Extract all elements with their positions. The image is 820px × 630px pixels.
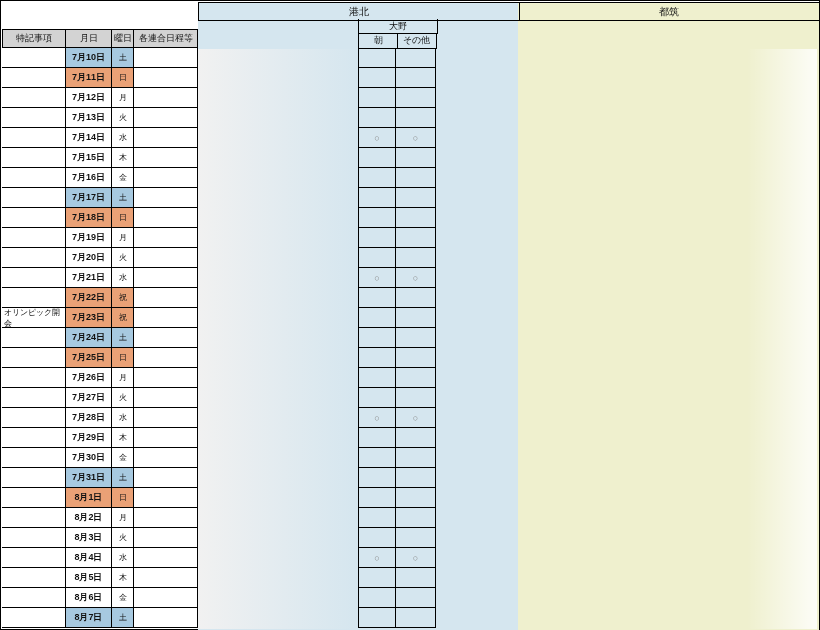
table-row: 7月13日火 bbox=[2, 108, 819, 128]
cell-sched bbox=[134, 328, 198, 348]
cell-dow: 日 bbox=[112, 488, 134, 508]
table-row: 7月15日木 bbox=[2, 148, 819, 168]
cell-sched bbox=[134, 288, 198, 308]
cell-date: 8月3日 bbox=[66, 528, 112, 548]
cell-note bbox=[2, 408, 66, 428]
cell-date: 8月6日 bbox=[66, 588, 112, 608]
table-row: 7月20日火 bbox=[2, 248, 819, 268]
cell-ohno-b bbox=[396, 328, 436, 348]
cell-dow: 火 bbox=[112, 388, 134, 408]
cell-ohno-a bbox=[358, 368, 396, 388]
cell-note bbox=[2, 528, 66, 548]
table-row: 8月1日日 bbox=[2, 488, 819, 508]
cell-note bbox=[2, 388, 66, 408]
cell-ohno-b bbox=[396, 68, 436, 88]
cell-date: 7月27日 bbox=[66, 388, 112, 408]
cell-dow: 水 bbox=[112, 408, 134, 428]
cell-sched bbox=[134, 188, 198, 208]
cell-dow: 火 bbox=[112, 528, 134, 548]
header-note: 特記事項 bbox=[2, 29, 66, 48]
cell-ohno-a bbox=[358, 148, 396, 168]
cell-dow: 祝 bbox=[112, 308, 134, 328]
cell-date: 7月25日 bbox=[66, 348, 112, 368]
cell-ohno-a: ○ bbox=[358, 408, 396, 428]
cell-note bbox=[2, 48, 66, 68]
cell-sched bbox=[134, 168, 198, 188]
cell-note bbox=[2, 288, 66, 308]
cell-ohno-a bbox=[358, 88, 396, 108]
table-row: 7月11日日 bbox=[2, 68, 819, 88]
table-row: 7月22日祝 bbox=[2, 288, 819, 308]
cell-ohno-a bbox=[358, 308, 396, 328]
table-row: 8月3日火 bbox=[2, 528, 819, 548]
cell-ohno-b bbox=[396, 368, 436, 388]
cell-dow: 土 bbox=[112, 188, 134, 208]
table-row: 7月26日月 bbox=[2, 368, 819, 388]
cell-dow: 月 bbox=[112, 508, 134, 528]
cell-ohno-b bbox=[396, 208, 436, 228]
cell-dow: 火 bbox=[112, 108, 134, 128]
cell-ohno-a bbox=[358, 208, 396, 228]
cell-ohno-b bbox=[396, 88, 436, 108]
cell-dow: 土 bbox=[112, 468, 134, 488]
cell-sched bbox=[134, 48, 198, 68]
cell-ohno-b bbox=[396, 448, 436, 468]
cell-date: 7月22日 bbox=[66, 288, 112, 308]
cell-sched bbox=[134, 528, 198, 548]
cell-ohno-a bbox=[358, 388, 396, 408]
cell-dow: 水 bbox=[112, 548, 134, 568]
cell-dow: 土 bbox=[112, 328, 134, 348]
cell-ohno-a bbox=[358, 528, 396, 548]
cell-ohno-b bbox=[396, 468, 436, 488]
table-row: 7月10日土 bbox=[2, 48, 819, 68]
cell-ohno-a bbox=[358, 448, 396, 468]
table-row: 7月28日水○○ bbox=[2, 408, 819, 428]
cell-dow: 祝 bbox=[112, 288, 134, 308]
cell-note bbox=[2, 428, 66, 448]
region-header-tsuzuki: 都筑 bbox=[518, 2, 820, 21]
cell-sched bbox=[134, 608, 198, 628]
cell-sched bbox=[134, 228, 198, 248]
cell-dow: 木 bbox=[112, 568, 134, 588]
table-row: 7月16日金 bbox=[2, 168, 819, 188]
cell-ohno-a bbox=[358, 588, 396, 608]
cell-dow: 金 bbox=[112, 588, 134, 608]
cell-note bbox=[2, 208, 66, 228]
table-row: 7月19日月 bbox=[2, 228, 819, 248]
cell-ohno-b bbox=[396, 308, 436, 328]
cell-sched bbox=[134, 428, 198, 448]
cell-ohno-b bbox=[396, 348, 436, 368]
cell-sched bbox=[134, 128, 198, 148]
cell-note bbox=[2, 448, 66, 468]
table-row: 7月25日日 bbox=[2, 348, 819, 368]
cell-ohno-b bbox=[396, 108, 436, 128]
cell-sched bbox=[134, 308, 198, 328]
cell-note bbox=[2, 168, 66, 188]
cell-sched bbox=[134, 488, 198, 508]
cell-sched bbox=[134, 108, 198, 128]
cell-sched bbox=[134, 548, 198, 568]
table-row: 7月31日土 bbox=[2, 468, 819, 488]
cell-ohno-a bbox=[358, 608, 396, 628]
cell-ohno-b bbox=[396, 168, 436, 188]
cell-note bbox=[2, 148, 66, 168]
cell-note bbox=[2, 368, 66, 388]
header-dow: 曜日 bbox=[112, 29, 134, 48]
cell-ohno-b bbox=[396, 248, 436, 268]
cell-date: 7月30日 bbox=[66, 448, 112, 468]
cell-ohno-a bbox=[358, 488, 396, 508]
cell-date: 8月4日 bbox=[66, 548, 112, 568]
cell-date: 7月10日 bbox=[66, 48, 112, 68]
cell-date: 7月23日 bbox=[66, 308, 112, 328]
cell-note bbox=[2, 188, 66, 208]
cell-ohno-b bbox=[396, 288, 436, 308]
cell-dow: 月 bbox=[112, 368, 134, 388]
cell-note bbox=[2, 468, 66, 488]
cell-sched bbox=[134, 208, 198, 228]
table-row: 7月17日土 bbox=[2, 188, 819, 208]
cell-dow: 日 bbox=[112, 208, 134, 228]
cell-note bbox=[2, 508, 66, 528]
cell-ohno-a bbox=[358, 428, 396, 448]
cell-date: 7月24日 bbox=[66, 328, 112, 348]
cell-sched bbox=[134, 408, 198, 428]
